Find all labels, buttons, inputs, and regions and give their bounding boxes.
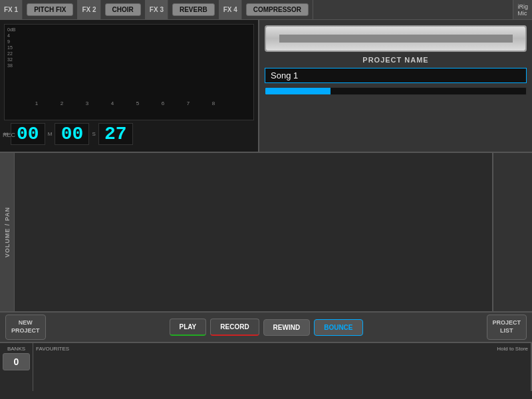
time-hours: 00 bbox=[11, 123, 45, 145]
vu-channel-2: 2 bbox=[50, 98, 74, 106]
bottom-nav: BANKS 0 FAVOURITES Hold to Store bbox=[0, 343, 532, 391]
vu-channel-4: 4 bbox=[100, 98, 124, 106]
progress-bar bbox=[265, 87, 527, 95]
favourites-label: FAVOURITES bbox=[36, 346, 69, 352]
time-display: H 00 M 00 S 27 bbox=[4, 120, 254, 145]
fx4-button[interactable]: COMPRESSOR bbox=[246, 3, 309, 16]
project-list-button[interactable]: PROJECTLIST bbox=[487, 315, 527, 339]
favourites-section: FAVOURITES Hold to Store bbox=[33, 343, 531, 391]
fx2-button[interactable]: CHOIR bbox=[105, 3, 141, 16]
irig-button[interactable]: iRigMic bbox=[513, 0, 532, 19]
right-side-buttons bbox=[493, 153, 532, 311]
vu-channel-1: 1 bbox=[25, 98, 49, 106]
vu-channel-5: 5 bbox=[126, 98, 150, 106]
banks-section: BANKS 0 bbox=[0, 343, 33, 391]
channels-area bbox=[15, 153, 493, 311]
fx2-label: FX 2 bbox=[78, 0, 100, 19]
bank-0-button[interactable]: 0 bbox=[3, 353, 30, 370]
vu-bars: 12345678 bbox=[25, 27, 225, 106]
tape-stripe bbox=[279, 35, 513, 43]
favourites-header: FAVOURITES Hold to Store bbox=[36, 346, 528, 352]
main-section: 0dB 4 9 15 22 32 38 12345678 REC H 00 M … bbox=[0, 20, 532, 153]
project-name-input[interactable] bbox=[265, 68, 527, 83]
progress-bar-fill bbox=[265, 88, 331, 94]
s-label: S bbox=[92, 131, 95, 137]
right-panel: PROJECT NAME bbox=[259, 20, 532, 152]
fx3-label: FX 3 bbox=[146, 0, 168, 19]
project-name-label: PROJECT NAME bbox=[265, 56, 527, 64]
vu-labels: 0dB 4 9 15 22 32 38 bbox=[7, 27, 15, 68]
vu-channel-8: 8 bbox=[201, 98, 225, 106]
vu-channel-7: 7 bbox=[176, 98, 200, 106]
fx3-section: FX 3 REVERB bbox=[146, 0, 219, 19]
fx1-button[interactable]: PITCH FIX bbox=[27, 3, 73, 16]
channels-wrapper: VOLUME / PAN bbox=[0, 153, 532, 313]
vu-panel: 0dB 4 9 15 22 32 38 12345678 REC H 00 M … bbox=[0, 20, 259, 152]
banks-label: BANKS bbox=[3, 346, 30, 352]
time-minutes: 00 bbox=[55, 123, 89, 145]
top-bar: FX 1 PITCH FIX FX 2 CHOIR FX 3 REVERB FX… bbox=[0, 0, 532, 20]
bounce-button[interactable]: BOUNCE bbox=[314, 319, 362, 336]
tape-display bbox=[265, 25, 527, 52]
hold-to-store-label: Hold to Store bbox=[497, 346, 528, 352]
fx3-button[interactable]: REVERB bbox=[172, 3, 215, 16]
record-button[interactable]: RECORD bbox=[210, 319, 259, 336]
tape-inner bbox=[266, 27, 525, 51]
fx1-section: FX 1 PITCH FIX bbox=[0, 0, 78, 19]
play-button[interactable]: PLAY bbox=[170, 319, 207, 336]
rec-label: REC bbox=[3, 132, 15, 138]
vu-channel-3: 3 bbox=[75, 98, 99, 106]
m-label: M bbox=[48, 131, 53, 137]
rewind-button[interactable]: REWIND bbox=[263, 319, 311, 336]
vu-channel-6: 6 bbox=[151, 98, 175, 106]
fx2-section: FX 2 CHOIR bbox=[78, 0, 145, 19]
fx4-section: FX 4 COMPRESSOR bbox=[219, 0, 313, 19]
fx1-label: FX 1 bbox=[0, 0, 23, 19]
time-seconds: 27 bbox=[98, 123, 133, 145]
transport-bar: NEWPROJECT PLAY RECORD REWIND BOUNCE PRO… bbox=[0, 313, 532, 343]
new-project-button[interactable]: NEWPROJECT bbox=[5, 315, 46, 339]
vu-meter: 0dB 4 9 15 22 32 38 12345678 bbox=[4, 24, 254, 120]
vol-pan-label: VOLUME / PAN bbox=[0, 153, 15, 311]
fx4-label: FX 4 bbox=[219, 0, 242, 19]
